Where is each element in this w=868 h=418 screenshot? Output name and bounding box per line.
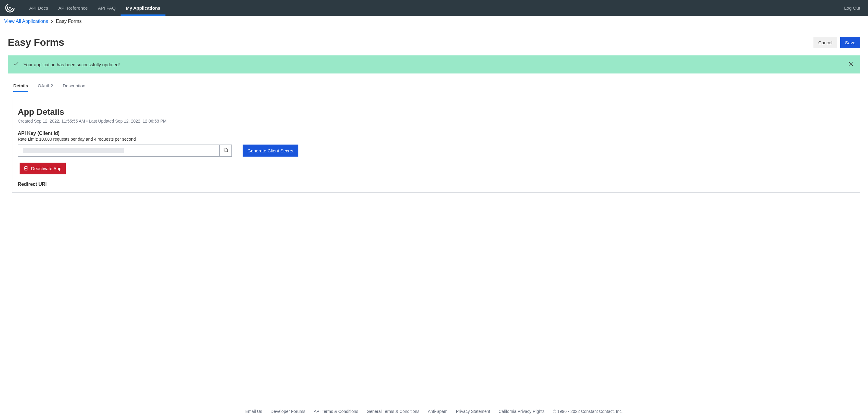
api-key-redacted [23, 148, 124, 153]
api-key-label: API Key (Client Id) [18, 131, 855, 136]
generate-client-secret-button[interactable]: Generate Client Secret [243, 144, 299, 157]
app-details-card: App Details Created Sep 12, 2022, 11:55:… [12, 98, 860, 193]
nav-api-docs[interactable]: API Docs [24, 0, 53, 15]
save-button[interactable]: Save [840, 37, 860, 48]
deactivate-app-button[interactable]: Deactivate App [20, 163, 66, 174]
nav-api-reference[interactable]: API Reference [53, 0, 93, 15]
breadcrumb: View All Applications Easy Forms [0, 15, 868, 27]
svg-point-2 [9, 7, 11, 9]
rate-limit-text: Rate Limit: 10,000 requests per day and … [18, 137, 855, 141]
tab-details[interactable]: Details [13, 83, 28, 91]
page-title: Easy Forms [8, 37, 64, 48]
tab-oauth2[interactable]: OAuth2 [38, 83, 53, 91]
svg-rect-4 [225, 149, 227, 152]
alert-content: Your application has been successfully u… [13, 62, 120, 67]
copy-api-key-button[interactable] [219, 145, 231, 156]
top-navbar: API Docs API Reference API FAQ My Applic… [0, 0, 868, 15]
tab-description[interactable]: Description [63, 83, 85, 91]
api-key-field [18, 144, 232, 157]
api-key-value[interactable] [18, 145, 219, 156]
nav-my-applications[interactable]: My Applications [121, 0, 165, 15]
breadcrumb-all-apps[interactable]: View All Applications [4, 19, 48, 24]
logout-link[interactable]: Log Out [841, 5, 863, 10]
copy-icon [223, 148, 228, 154]
chevron-right-icon [51, 19, 54, 24]
cancel-button[interactable]: Cancel [813, 37, 837, 48]
success-alert: Your application has been successfully u… [8, 56, 860, 73]
redirect-uri-label: Redirect URI [18, 182, 855, 187]
breadcrumb-current: Easy Forms [56, 19, 82, 24]
api-key-row: Generate Client Secret [18, 144, 855, 157]
nav-api-faq[interactable]: API FAQ [93, 0, 121, 15]
brand-logo-icon [5, 3, 15, 13]
header-actions: Cancel Save [813, 37, 860, 48]
deactivate-label: Deactivate App [31, 166, 61, 171]
page-header: Easy Forms Cancel Save [0, 27, 868, 56]
check-icon [13, 62, 19, 67]
nav-left: API Docs API Reference API FAQ My Applic… [5, 0, 165, 15]
alert-close-button[interactable] [847, 60, 855, 69]
card-heading: App Details [18, 107, 855, 117]
alert-message: Your application has been successfully u… [24, 62, 120, 67]
close-icon [848, 62, 854, 67]
app-meta: Created Sep 12, 2022, 11:55:55 AM • Last… [18, 119, 855, 124]
tabs: Details OAuth2 Description [0, 83, 868, 91]
trash-icon [24, 166, 28, 171]
